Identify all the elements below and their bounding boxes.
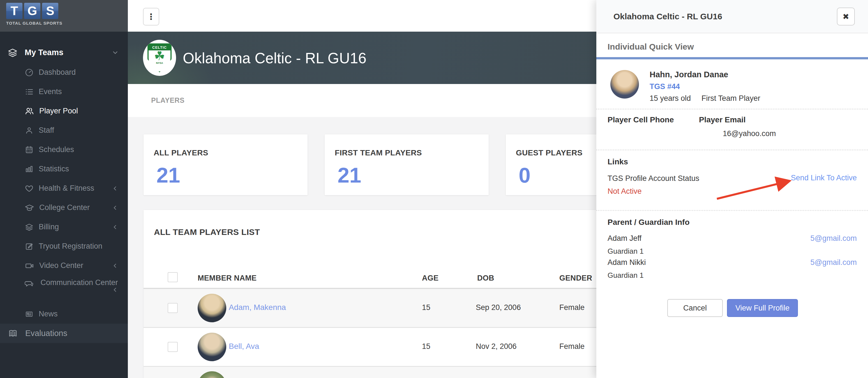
app-logo: T G S TOTAL GLOBAL SPORTS xyxy=(0,0,128,32)
player-meta: 15 years oldFirst Team Player xyxy=(650,94,760,103)
logo-subtitle: TOTAL GLOBAL SPORTS xyxy=(6,21,128,26)
label-player-cell-phone: Player Cell Phone xyxy=(608,115,674,124)
logo-letter: G xyxy=(24,3,40,19)
sidebar-item-billing[interactable]: Billing xyxy=(0,217,128,237)
sidebar-item-dashboard[interactable]: Dashboard xyxy=(0,63,128,82)
sidebar-item-evaluations[interactable]: Evaluations xyxy=(0,324,128,343)
users-icon xyxy=(25,106,34,116)
status-badge: Not Active xyxy=(608,187,642,196)
player-name-link[interactable]: Adam, Makenna xyxy=(229,303,286,312)
panel-title: Oklahoma Celtic - RL GU16 xyxy=(614,12,722,21)
player-avatar xyxy=(198,333,226,361)
guardian-name: Adam Jeff xyxy=(608,234,642,243)
table-row: Adam, Makenna 15 Sep 20, 2006 Female xyxy=(144,289,596,327)
stat-cards: ALL PLAYERS 21 FIRST TEAM PLAYERS 21 GUE… xyxy=(144,134,670,195)
divider xyxy=(596,149,868,150)
section-title: Individual Quick View xyxy=(608,42,694,51)
sidebar-item-staff[interactable]: Staff xyxy=(0,121,128,140)
guardian-email-link[interactable]: 5@gmail.com xyxy=(810,234,857,243)
chevron-left-icon xyxy=(112,286,118,293)
book-icon xyxy=(8,329,18,339)
chevron-left-icon xyxy=(112,204,118,211)
table-header: MEMBER NAME AGE DOB GENDER xyxy=(144,269,596,288)
chevron-left-icon xyxy=(112,185,118,192)
player-name-link[interactable]: Bell, Ava xyxy=(229,342,259,351)
guardian-heading: Parent / Guardian Info xyxy=(608,218,689,227)
player-avatar xyxy=(198,294,226,322)
stat-card-first-team-players: FIRST TEAM PLAYERS 21 xyxy=(325,134,489,195)
row-checkbox[interactable] xyxy=(168,303,178,313)
logo-letter: S xyxy=(42,3,58,19)
table-row xyxy=(144,367,596,378)
stat-value: 21 xyxy=(338,163,362,187)
panel-header: Oklahoma Celtic - RL GU16 ✖ xyxy=(596,0,868,33)
row-checkbox[interactable] xyxy=(168,342,178,352)
sidebar: T G S TOTAL GLOBAL SPORTS My Teams Dashb… xyxy=(0,0,128,378)
guardian-email-link[interactable]: 5@gmail.com xyxy=(810,258,857,267)
sidebar-item-news[interactable]: News xyxy=(0,304,128,324)
user-icon xyxy=(25,126,34,135)
calendar-icon xyxy=(25,145,34,154)
players-list-card: ALL TEAM PLAYERS LIST MEMBER NAME AGE DO… xyxy=(144,210,596,378)
dashboard-icon xyxy=(25,68,34,77)
graduation-cap-icon xyxy=(25,203,34,212)
column-header-gender: GENDER xyxy=(559,274,592,282)
view-full-profile-button[interactable]: View Full Profile xyxy=(727,299,798,317)
sidebar-item-tryout-registration[interactable]: Tryout Registration xyxy=(0,237,128,256)
sidebar-item-health-fitness[interactable]: Health & Fitness xyxy=(0,179,128,198)
list-icon xyxy=(25,88,34,96)
player-email-value: 16@yahoo.com xyxy=(723,129,776,138)
player-name: Hahn, Jordan Danae xyxy=(650,70,728,79)
sidebar-item-my-teams[interactable]: My Teams xyxy=(0,42,128,63)
kebab-menu-button[interactable]: ⋮ xyxy=(143,8,159,26)
heart-icon xyxy=(25,184,34,193)
bar-chart-icon xyxy=(25,165,34,174)
cancel-button[interactable]: Cancel xyxy=(667,299,723,317)
page-title: Oklahoma Celtic - RL GU16 xyxy=(183,49,366,66)
chevron-left-icon xyxy=(112,224,118,231)
team-crest-logo: CELTIC ☘ NYSA xyxy=(143,40,176,76)
sidebar-item-events[interactable]: Events xyxy=(0,82,128,101)
player-avatar xyxy=(198,371,226,378)
guardian-relation: Guardian 1 xyxy=(608,271,644,280)
chevron-down-icon xyxy=(112,49,119,56)
stat-value: 21 xyxy=(156,163,180,187)
divider xyxy=(596,210,868,211)
edit-icon xyxy=(25,242,34,251)
stat-value: 0 xyxy=(519,163,530,187)
send-link-to-active-link[interactable]: Send Link To Active xyxy=(791,174,857,182)
column-header-age: AGE xyxy=(422,274,438,282)
column-header-member-name: MEMBER NAME xyxy=(198,274,256,282)
newspaper-icon xyxy=(25,310,34,319)
player-avatar xyxy=(610,70,639,99)
accent-bar xyxy=(596,57,868,59)
guardian-relation: Guardian 1 xyxy=(608,247,644,255)
list-title: ALL TEAM PLAYERS LIST xyxy=(154,227,260,237)
red-arrow-annotation xyxy=(714,176,798,202)
logo-letter: T xyxy=(6,3,23,19)
account-status-label: TGS Profile Account Status xyxy=(608,174,699,183)
sidebar-item-statistics[interactable]: Statistics xyxy=(0,159,128,179)
sidebar-item-label: My Teams xyxy=(25,48,63,57)
sidebar-item-schedules[interactable]: Schedules xyxy=(0,140,128,159)
video-camera-icon xyxy=(25,261,34,271)
label-player-email: Player Email xyxy=(699,115,746,124)
sidebar-nav: Dashboard Events Player Pool Staff Sched… xyxy=(0,63,128,324)
guardian-name: Adam Nikki xyxy=(608,258,646,267)
column-header-dob: DOB xyxy=(477,274,494,282)
chevron-left-icon xyxy=(112,262,118,269)
sidebar-item-college-center[interactable]: College Center xyxy=(0,198,128,217)
quick-view-panel: Oklahoma Celtic - RL GU16 ✖ Individual Q… xyxy=(596,0,868,378)
tab-players[interactable]: PLAYERS xyxy=(151,96,184,104)
stack-icon xyxy=(25,222,34,232)
player-tgs-id-link[interactable]: TGS #44 xyxy=(650,82,680,91)
layers-icon xyxy=(8,48,18,58)
clover-icon: ☘ xyxy=(149,50,170,62)
close-icon[interactable]: ✖ xyxy=(837,7,855,26)
sidebar-item-communication-center[interactable]: Communication Center xyxy=(0,275,128,304)
table-row: Bell, Ava 15 Nov 2, 2006 Female xyxy=(144,328,596,366)
crest-subtext: NYSA xyxy=(149,62,170,64)
select-all-checkbox[interactable] xyxy=(168,272,178,282)
sidebar-item-player-pool[interactable]: Player Pool xyxy=(0,101,128,121)
sidebar-item-video-center[interactable]: Video Center xyxy=(0,256,128,275)
